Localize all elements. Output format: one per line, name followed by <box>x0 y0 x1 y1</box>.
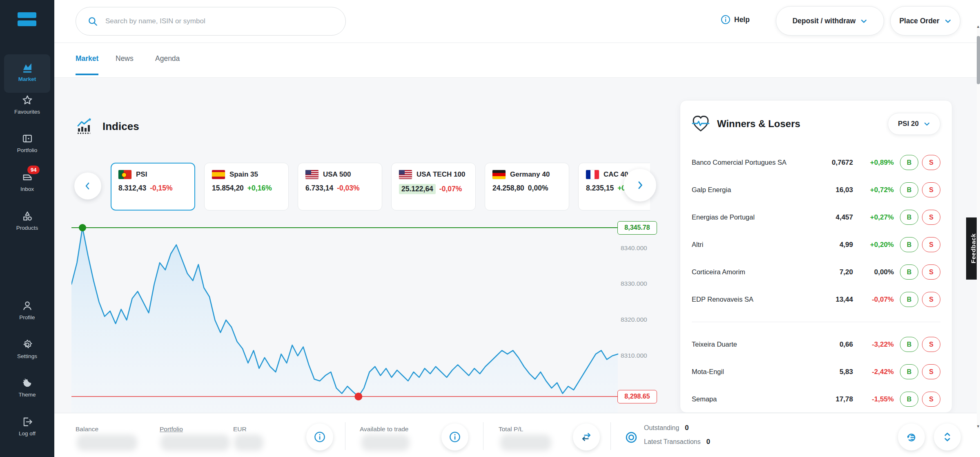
latest-transactions-count: 0 <box>706 438 710 446</box>
latest-transactions-stat[interactable]: Latest Transactions 0 <box>644 438 710 446</box>
winners-losers-header: Winners & Losers PSI 20 <box>692 113 940 135</box>
stock-row[interactable]: Banco Comercial Portugues SA 0,7672 +0,8… <box>692 149 940 176</box>
balance-info-button[interactable] <box>306 423 333 450</box>
stock-change-pct: +0,20% <box>853 241 894 249</box>
index-card-spain-35[interactable]: Spain 35 15.854,20 +0,16% <box>204 163 289 211</box>
orders-target-icon <box>625 431 637 444</box>
stock-row[interactable]: Energias de Portugal 4,457 +0,27% B S <box>692 204 940 231</box>
sidebar-item-portfolio[interactable]: Portfolio <box>2 132 52 153</box>
buy-button[interactable]: B <box>900 364 918 379</box>
stock-price: 13,44 <box>814 296 853 304</box>
stock-name: Altri <box>692 240 814 249</box>
sidebar-item-logoff[interactable]: Log off <box>2 415 52 437</box>
index-filter-dropdown[interactable]: PSI 20 <box>888 113 940 135</box>
index-change-pct: -0,07% <box>439 185 462 193</box>
scroll-up-arrow[interactable]: ▲ <box>976 25 980 29</box>
search-box[interactable] <box>76 7 346 36</box>
app-logo[interactable] <box>18 12 36 26</box>
toggle-pl-view-button[interactable] <box>573 423 600 450</box>
sell-button[interactable]: S <box>922 210 940 225</box>
available-info-button[interactable] <box>441 423 468 450</box>
index-price-chart[interactable]: 8340.0008330.0008320.0008310.000 8,345.7… <box>71 217 657 416</box>
index-card-usa-500[interactable]: USA 500 6.733,14 -0,03% <box>298 163 382 211</box>
scrollbar-thumb[interactable] <box>977 36 980 84</box>
inbox-unread-badge: 94 <box>27 166 40 174</box>
sidebar-item-products[interactable]: Products <box>2 209 52 231</box>
deposit-withdraw-button[interactable]: Deposit / withdraw <box>776 6 884 36</box>
page-scrollbar[interactable]: ▲ ▼ <box>977 25 980 429</box>
place-order-button[interactable]: Place Order <box>890 6 960 36</box>
outstanding-orders-stat[interactable]: Outstanding 0 <box>644 424 689 432</box>
sell-button[interactable]: S <box>922 337 940 352</box>
stock-change-pct: +0,89% <box>853 159 894 167</box>
stock-row[interactable]: Mota-Engil 5,83 -2,42% B S <box>692 358 940 385</box>
sidebar-item-market[interactable]: Market <box>2 60 52 82</box>
market-chart-icon <box>21 61 33 74</box>
country-flag-icon <box>118 170 131 179</box>
index-change-pct: 0,00% <box>528 184 548 193</box>
sell-button[interactable]: S <box>922 364 940 379</box>
carousel-next-button[interactable] <box>624 169 656 202</box>
portfolio-value-label[interactable]: Portfolio <box>160 426 183 433</box>
divider <box>610 422 611 450</box>
sell-button[interactable]: S <box>922 155 940 170</box>
total-pl-label: Total P/L <box>499 426 523 433</box>
stock-row[interactable]: Galp Energia 16,03 +0,72% B S <box>692 176 940 204</box>
sidebar-item-inbox[interactable]: 94 Inbox <box>2 170 52 192</box>
sell-button[interactable]: S <box>922 292 940 307</box>
index-value: 24.258,80 <box>492 184 524 193</box>
sidebar-item-label: Favourites <box>2 109 52 115</box>
sell-button[interactable]: S <box>922 392 940 407</box>
stock-row[interactable]: Semapa 17,78 -1,55% B S <box>692 385 940 413</box>
help-label: Help <box>734 16 750 24</box>
buy-button[interactable]: B <box>900 392 918 407</box>
buy-button[interactable]: B <box>900 292 918 307</box>
tab-agenda[interactable]: Agenda <box>155 54 180 74</box>
y-axis-tick: 8340.000 <box>621 244 647 252</box>
sidebar-item-label: Portfolio <box>2 147 52 153</box>
index-card-psi[interactable]: PSI 8.312,43 -0,15% <box>111 163 195 211</box>
stock-row[interactable]: EDP Renovaveis SA 13,44 -0,07% B S <box>692 286 940 313</box>
star-icon <box>22 94 33 106</box>
stock-row[interactable]: Altri 4,99 +0,20% B S <box>692 231 940 258</box>
order-history-button[interactable] <box>898 423 925 450</box>
chart-area-fill <box>71 228 618 414</box>
search-input[interactable] <box>105 17 326 25</box>
stock-row[interactable]: Corticeira Amorim 7,20 0,00% B S <box>692 258 940 286</box>
buy-button[interactable]: B <box>900 264 918 280</box>
expand-collapse-bar-button[interactable] <box>934 423 961 450</box>
index-card-germany-40[interactable]: Germany 40 24.258,80 0,00% <box>485 163 569 211</box>
sell-button[interactable]: S <box>922 264 940 280</box>
buy-button[interactable]: B <box>900 337 918 352</box>
price-area-chart <box>71 217 627 416</box>
portfolio-icon <box>22 133 33 144</box>
stock-change-pct: -3,22% <box>853 341 894 349</box>
scroll-down-arrow[interactable]: ▼ <box>976 424 980 428</box>
indices-header: Indices <box>76 118 139 135</box>
sidebar-item-theme[interactable]: Theme <box>2 376 52 398</box>
chevron-up-down-icon <box>943 432 952 442</box>
stock-name: Energias de Portugal <box>692 213 814 222</box>
help-button[interactable]: Help <box>721 15 750 25</box>
trade-actions: B S <box>900 210 940 225</box>
trade-actions: B S <box>900 264 940 280</box>
buy-button[interactable]: B <box>900 237 918 252</box>
index-card-usa-tech-100[interactable]: USA TECH 100 25.122,64 -0,07% <box>391 163 476 211</box>
index-value: 25.122,64 <box>399 184 436 194</box>
tab-market[interactable]: Market <box>76 54 98 75</box>
sell-button[interactable]: S <box>922 182 940 197</box>
index-change-pct: -0,15% <box>150 184 172 193</box>
indices-chart-icon <box>76 118 93 135</box>
tab-news[interactable]: News <box>116 54 134 74</box>
sidebar-item-settings[interactable]: Settings <box>2 338 52 359</box>
carousel-prev-button[interactable] <box>74 172 101 199</box>
winners-losers-panel: Winners & Losers PSI 20 Banco Comercial … <box>680 100 952 413</box>
buy-button[interactable]: B <box>900 155 918 170</box>
sell-button[interactable]: S <box>922 237 940 252</box>
buy-button[interactable]: B <box>900 210 918 225</box>
buy-button[interactable]: B <box>900 182 918 197</box>
sidebar-item-profile[interactable]: Profile <box>2 299 52 320</box>
trade-actions: B S <box>900 337 940 352</box>
stock-row[interactable]: Teixeira Duarte 0,66 -3,22% B S <box>692 331 940 358</box>
sidebar-item-favourites[interactable]: Favourites <box>2 93 52 115</box>
